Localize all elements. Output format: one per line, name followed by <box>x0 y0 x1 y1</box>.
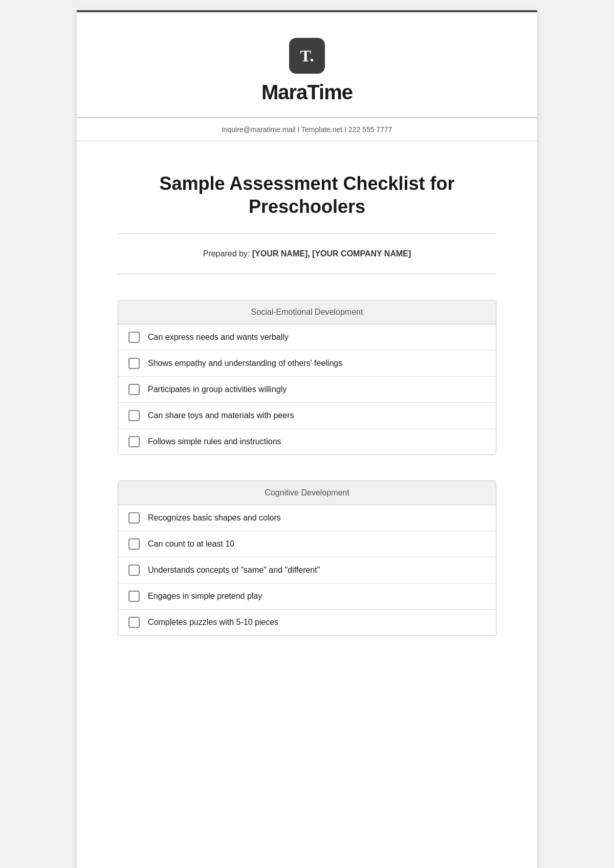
list-item: Follows simple rules and instructions <box>118 429 496 454</box>
contact-separator <box>77 141 537 141</box>
list-item: Participates in group activities willing… <box>118 377 496 403</box>
checkbox[interactable] <box>128 332 140 343</box>
prepared-separator <box>118 274 496 274</box>
checkbox[interactable] <box>128 565 140 576</box>
cognitive-header: Cognitive Development <box>118 481 496 505</box>
checkbox[interactable] <box>128 591 140 602</box>
document-title: Sample Assessment Checklist for Preschoo… <box>118 172 496 218</box>
title-separator <box>118 233 496 234</box>
checkbox[interactable] <box>128 384 140 395</box>
page: T. MaraTime inquire@maratime.mail I Temp… <box>77 10 537 868</box>
contact-bar: inquire@maratime.mail I Template.net I 2… <box>77 118 537 141</box>
item-label: Shows empathy and understanding of other… <box>148 359 342 368</box>
item-label: Can count to at least 10 <box>148 539 234 549</box>
item-label: Can express needs and wants verbally <box>148 333 289 342</box>
checkbox[interactable] <box>128 358 140 369</box>
item-label: Follows simple rules and instructions <box>148 437 281 446</box>
item-label: Recognizes basic shapes and colors <box>148 513 281 523</box>
page-header: T. MaraTime inquire@maratime.mail I Temp… <box>77 12 537 141</box>
prepared-value: [YOUR NAME], [YOUR COMPANY NAME] <box>252 249 411 258</box>
prepared-by-line: Prepared by: [YOUR NAME], [YOUR COMPANY … <box>118 249 496 258</box>
cognitive-section: Cognitive Development Recognizes basic s… <box>118 481 496 636</box>
checkbox[interactable] <box>128 538 140 550</box>
social-emotional-section: Social-Emotional Development Can express… <box>118 300 496 455</box>
item-label: Can share toys and materials with peers <box>148 411 294 420</box>
list-item: Understands concepts of "same" and "diff… <box>118 557 496 583</box>
logo-letter: T. <box>300 47 314 66</box>
brand-logo-icon: T. <box>289 38 325 74</box>
checkbox[interactable] <box>128 436 140 447</box>
list-item: Can share toys and materials with peers <box>118 403 496 429</box>
logo-area: T. MaraTime <box>261 28 353 109</box>
social-emotional-items: Can express needs and wants verbally Sho… <box>118 324 496 454</box>
item-label: Understands concepts of "same" and "diff… <box>148 566 320 575</box>
social-emotional-header: Social-Emotional Development <box>118 300 496 324</box>
list-item: Completes puzzles with 5-10 pieces <box>118 610 496 635</box>
item-label: Completes puzzles with 5-10 pieces <box>148 618 278 627</box>
main-content: Sample Assessment Checklist for Preschoo… <box>77 141 537 692</box>
item-label: Engages in simple pretend play <box>148 592 262 601</box>
list-item: Can count to at least 10 <box>118 531 496 557</box>
checkbox[interactable] <box>128 617 140 628</box>
list-item: Engages in simple pretend play <box>118 583 496 610</box>
list-item: Recognizes basic shapes and colors <box>118 505 496 531</box>
list-item: Can express needs and wants verbally <box>118 324 496 351</box>
cognitive-items: Recognizes basic shapes and colors Can c… <box>118 505 496 635</box>
checkbox[interactable] <box>128 512 140 524</box>
prepared-label: Prepared by: <box>203 249 250 258</box>
item-label: Participates in group activities willing… <box>148 385 287 394</box>
list-item: Shows empathy and understanding of other… <box>118 351 496 377</box>
brand-name: MaraTime <box>261 81 353 104</box>
checkbox[interactable] <box>128 410 140 421</box>
